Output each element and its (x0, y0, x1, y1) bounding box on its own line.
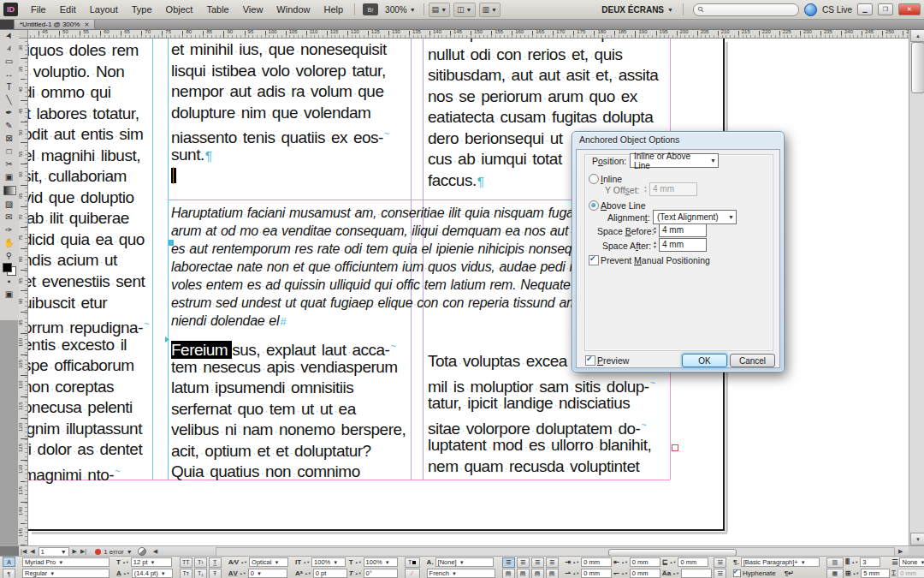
text-line[interactable]: velibus·ni·nam·nonemo·berspere, (171, 420, 428, 441)
text-line[interactable]: vid·que·doluptio (27, 188, 160, 209)
span-mode-dropdown[interactable]: None▼ (899, 557, 924, 567)
text-line[interactable]: spe·officaborum (27, 355, 160, 377)
text-line[interactable]: serfernat·quo·tem·ut·ut·ea (171, 399, 428, 420)
scroll-down-arrow[interactable]: ▼ (910, 533, 924, 545)
hyphenate-checkbox[interactable] (733, 569, 741, 577)
text-line[interactable]: t·voluptio.·Non (27, 62, 160, 83)
space-before-field[interactable]: 4 mm (659, 223, 707, 237)
stepper-icon[interactable]: ▲▼ (305, 572, 311, 575)
justify-center-button[interactable]: ▤ (502, 569, 515, 578)
text-line[interactable]: lisqui·istibea·volo·volorep·tatur, (171, 61, 428, 82)
stroke-none-button[interactable]: ∕ (405, 569, 420, 578)
anchored-object[interactable] (171, 168, 176, 183)
pen-tool[interactable]: ✒ (0, 106, 18, 119)
position-dropdown[interactable]: Inline or Above Line ▼ (630, 153, 719, 168)
text-line[interactable]: uibuscit·etur (27, 293, 160, 314)
stepper-icon[interactable]: ▲▼ (123, 572, 130, 575)
stepper-icon[interactable]: ▲▼ (355, 572, 362, 575)
page-number-field[interactable]: 1 ▼ (38, 547, 69, 557)
indent-left-field[interactable]: 0 mm (581, 557, 612, 567)
justify-all-button[interactable]: ▤ (531, 569, 544, 578)
stepper-icon[interactable]: ▲▼ (672, 572, 679, 575)
stepper-icon[interactable]: ▲▼ (852, 572, 859, 575)
tracking-field[interactable]: 0▼ (248, 569, 287, 578)
screen-mode-button[interactable]: ◫▼ (453, 3, 475, 17)
strikethrough-button[interactable]: Ŧ (209, 569, 222, 578)
baseline-shift-field[interactable]: 0 pt (313, 569, 347, 578)
menu-view[interactable]: View (236, 4, 270, 15)
text-line[interactable]: Quia·quatius·non·comnimo (171, 462, 428, 483)
bulleted-list-button[interactable]: ☱ (714, 557, 726, 568)
restore-button[interactable]: ❐ (878, 3, 893, 15)
text-line[interactable]: sitae·volorpore·doluptatem·do-~ (428, 414, 684, 436)
note-tool[interactable]: ✉ (0, 211, 18, 223)
text-line[interactable]: num·quiae·cusant·volorep (428, 38, 684, 45)
text-line[interactable]: tem·nesecus·apis·vendiasperum (171, 357, 428, 378)
text-line[interactable]: nullut·odi·con·rerios·et,·quis (428, 45, 684, 66)
type-tool[interactable]: T (0, 80, 18, 93)
menu-object[interactable]: Object (159, 4, 200, 15)
text-line[interactable]: tatur,·ipicit·landige·ndisciatius (428, 393, 684, 414)
scroll-right-arrow[interactable]: ▶ (897, 548, 904, 555)
column2-bottom-text[interactable]: Fereiumsus,·explaut·laut·acca-~tem·nesec… (171, 336, 428, 483)
text-line[interactable]: niassento·tenis·quatiis·ex·eos-~ (171, 123, 428, 145)
character-color-button[interactable]: T (405, 557, 420, 568)
text-line[interactable]: el·magnihi·libust, (27, 146, 160, 167)
text-line[interactable]: liquos·doles·rem (27, 40, 160, 62)
text-line[interactable]: dolupture·nim·que·volendam (171, 103, 428, 124)
text-line[interactable]: sitibusdam,·aut·aut·asit·et,·assita (428, 65, 684, 86)
menu-window[interactable]: Window (270, 4, 317, 15)
text-line[interactable]: sit,·cullaboriam (27, 166, 160, 188)
text-line[interactable]: onecusa·pelenti (27, 397, 160, 419)
menu-edit[interactable]: Edit (53, 4, 83, 15)
character-style-dropdown[interactable]: [None]▼ (435, 557, 494, 567)
zoom-level-control[interactable]: 300% ▼ (382, 5, 419, 15)
zoom-tool[interactable]: ⚲ (0, 249, 18, 262)
stepper-icon[interactable]: ▲▼ (670, 561, 677, 564)
preflight-menu-icon[interactable] (138, 547, 146, 556)
drop-cap-field[interactable] (681, 569, 712, 578)
gradient-feather-tool[interactable]: ▨ (0, 198, 18, 211)
first-page-button[interactable]: |◀ (19, 548, 28, 555)
font-style-dropdown[interactable]: Regular▼ (22, 569, 110, 578)
free-transform-tool[interactable]: ▣ (0, 170, 18, 183)
menu-layout[interactable]: Layout (83, 4, 125, 15)
underline-button[interactable]: T̲ (209, 557, 222, 568)
vertical-ruler[interactable]: 3035404550556065707580859095100105110115… (19, 38, 28, 545)
ruler-origin-corner[interactable] (19, 29, 28, 39)
formatting-buttons[interactable]: ▪ (0, 275, 18, 288)
subscript-button[interactable]: T₁ (194, 569, 207, 578)
document-tab[interactable]: *Untitled-1 @ 300% ✕ (14, 19, 95, 29)
superscript-button[interactable]: T¹ (194, 557, 207, 568)
menu-file[interactable]: File (24, 4, 53, 15)
minimize-button[interactable]: ▁ (857, 3, 873, 15)
hand-tool[interactable]: ✋ (0, 236, 18, 249)
cs-live-icon[interactable] (804, 3, 817, 16)
next-page-button[interactable]: ▶ (71, 548, 79, 555)
indent-last-line-field[interactable]: 0 mm (630, 569, 660, 578)
text-line[interactable]: magnimi·nto-~ (27, 461, 160, 482)
text-line[interactable]: nos·se·periorum·arum·quo·ex (428, 86, 684, 108)
space-after-field[interactable]: 4 mm (659, 238, 707, 252)
text-line[interactable]: latum·ipsumendi·omnisitiis (171, 378, 428, 399)
indent-first-line-field[interactable]: 0 mm (581, 569, 612, 578)
text-line[interactable]: Fereiumsus,·explaut·laut·acca-~ (171, 336, 428, 357)
text-line[interactable]: ndis·acium·ut (27, 250, 160, 271)
text-line[interactable]: entis·excesto·il (27, 335, 160, 356)
font-size-field[interactable]: 12 pt▼ (131, 557, 172, 567)
stepper-icon[interactable]: ▲▼ (240, 572, 246, 575)
numbered-list-button[interactable]: ☱ (714, 569, 726, 578)
stepper-icon[interactable]: ▲▼ (621, 561, 628, 564)
stepper-icon[interactable]: ▲▼ (621, 572, 628, 575)
rectangle-tool[interactable]: □ (0, 145, 18, 158)
vertical-scale-field[interactable]: 100%▼ (311, 557, 346, 567)
skew-field[interactable]: 0° (364, 569, 398, 578)
text-line[interactable]: eatiatecta·cusam·fugitas·dolupta (428, 107, 684, 128)
character-formatting-mode-button[interactable]: A (3, 557, 15, 567)
text-line[interactable]: ignim·illuptassunt (27, 419, 160, 440)
text-line[interactable]: ri·dolor·as·dentet (27, 439, 160, 461)
text-line[interactable]: non·coreptas (27, 377, 160, 398)
text-line[interactable]: et·evenestiis·sent (27, 271, 160, 293)
preview-checkbox[interactable] (585, 355, 595, 366)
vertical-scrollbar[interactable]: ▲ ▼ (909, 29, 924, 545)
